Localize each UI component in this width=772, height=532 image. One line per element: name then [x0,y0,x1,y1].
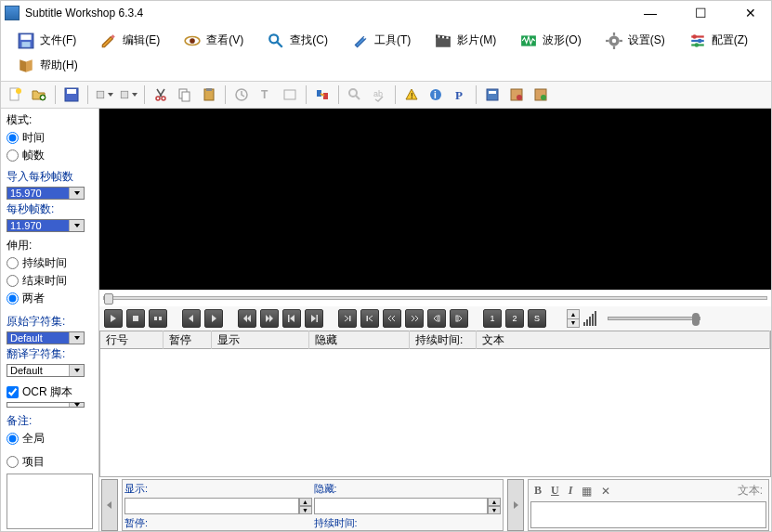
redo-dropdown-button[interactable] [118,84,138,105]
col-hide[interactable]: 隐藏 [309,331,410,350]
undo-dropdown-button[interactable] [94,84,114,105]
notes-global-radio[interactable]: 全局 [7,431,93,447]
record-button[interactable] [149,309,167,328]
menu-settings[interactable]: 设置(S) [595,29,676,52]
last-button[interactable] [305,309,323,328]
svg-point-24 [694,43,699,47]
col-text[interactable]: 文本 [477,331,770,350]
save-button[interactable] [61,84,82,105]
lang-button[interactable] [312,84,333,105]
mark-in-button[interactable] [338,309,357,328]
shift-fwd-button[interactable] [405,309,424,328]
svg-text:T: T [261,88,268,101]
video-preview[interactable] [99,109,771,290]
pen-tool-icon [352,33,369,48]
info-button[interactable]: i [425,84,446,105]
stop-button[interactable] [126,309,145,328]
seek-thumb[interactable] [104,293,113,305]
time-button[interactable] [231,84,252,105]
work-end-radio[interactable]: 结束时间 [7,273,93,289]
svg-text:P: P [455,88,463,102]
seek-bar[interactable] [99,290,771,306]
first-button[interactable] [282,309,301,328]
next-button[interactable] [204,309,223,328]
warning-button[interactable]: ! [401,84,422,105]
pascal-button[interactable]: P [450,84,470,105]
hide-time-input[interactable]: ▲▼ [314,498,502,514]
app1-button[interactable] [482,84,503,105]
new-button[interactable] [5,84,25,105]
shift-back-button[interactable] [383,309,401,328]
svg-rect-16 [613,45,615,48]
color-button[interactable]: ▦ [582,485,592,498]
sync-fwd-button[interactable] [450,309,468,328]
frame-button[interactable] [280,84,300,105]
speed2-button[interactable]: 2 [505,309,524,328]
sync-back-button[interactable] [427,309,446,328]
show-time-input[interactable]: ▲▼ [124,498,312,514]
svg-point-26 [16,88,21,94]
app2-button[interactable] [506,84,527,105]
speed-s-button[interactable]: S [528,309,546,328]
col-duration[interactable]: 持续时间: [410,331,477,350]
maximize-button[interactable]: ☐ [684,3,717,23]
ocr-combo[interactable] [7,402,85,408]
speed1-button[interactable]: 1 [483,309,502,328]
cut-button[interactable] [150,84,171,105]
menu-movie[interactable]: 影片(M) [424,29,507,52]
prev-button[interactable] [182,309,201,328]
rewind-button[interactable] [238,309,256,328]
underline-button[interactable]: U [551,484,559,498]
orig-charset-combo[interactable]: Default [7,331,85,344]
bold-button[interactable]: B [534,484,542,498]
prev-sub-button[interactable] [101,479,118,531]
text-button[interactable]: T [255,84,276,105]
input-fps-combo[interactable]: 15.970 [7,187,85,200]
text-label: 文本: [738,483,763,499]
subtitle-text-input[interactable] [530,501,766,528]
minimize-button[interactable]: — [634,3,667,23]
copy-button[interactable] [175,84,195,105]
fps-combo[interactable]: 11.970 [7,219,85,232]
menu-config[interactable]: 配置(Z) [678,29,759,52]
paste-button[interactable] [199,84,219,105]
work-both-radio[interactable]: 两者 [7,291,93,306]
volume-stepper[interactable]: ▲▼ [567,309,580,328]
work-hold-radio[interactable]: 持续时间 [7,255,93,271]
menu-tools[interactable]: 工具(T) [341,29,422,52]
search-tb-button[interactable] [345,84,365,105]
open-button[interactable] [29,84,49,105]
mark-out-button[interactable] [360,309,379,328]
next-sub-button[interactable] [507,479,524,531]
svg-text:!: ! [411,91,413,100]
menu-help[interactable]: 帮助(H) [7,54,89,77]
close-button[interactable]: ✕ [734,3,767,23]
notes-textarea[interactable] [7,474,93,529]
mode-time-radio[interactable]: 时间 [7,130,93,146]
menu-view[interactable]: 查看(V) [173,29,255,52]
subtitle-grid[interactable] [99,349,771,477]
trans-charset-combo[interactable]: Default [7,364,85,377]
notes-item-radio[interactable]: 项目 [7,454,93,470]
mode-frames-radio[interactable]: 帧数 [7,148,93,163]
col-num[interactable]: 行号 [100,331,164,350]
waveform-icon [520,33,537,48]
menu-search[interactable]: 查找(C) [256,29,339,52]
ocr-checkbox[interactable]: OCR 脚本 [7,384,93,400]
spell-button[interactable]: ab [369,84,389,105]
menu-wave[interactable]: 波形(O) [509,29,592,52]
volume-slider[interactable] [608,317,700,320]
app3-button[interactable] [530,84,551,105]
forward-button[interactable] [260,309,279,328]
col-pause[interactable]: 暂停 [164,331,212,350]
svg-rect-48 [487,89,498,100]
svg-rect-49 [489,91,496,94]
save-icon [18,33,34,48]
menu-file[interactable]: 文件(F) [7,29,87,52]
clear-fmt-button[interactable]: ✕ [601,485,610,498]
col-show[interactable]: 显示 [212,331,309,350]
play-button[interactable] [104,309,123,328]
menu-edit[interactable]: 编辑(E) [89,29,171,52]
italic-button[interactable]: I [569,484,573,498]
svg-rect-1 [20,34,31,40]
